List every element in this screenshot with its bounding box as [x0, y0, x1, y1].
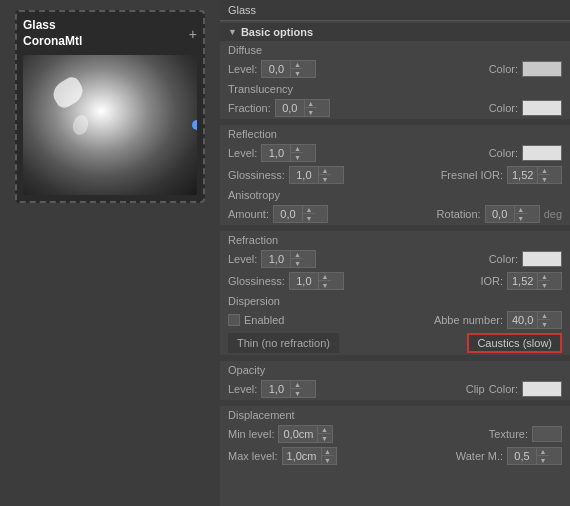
water-m-spinner[interactable]: 0,5 ▲ ▼	[507, 447, 562, 465]
section-basic-options[interactable]: ▼ Basic options	[220, 23, 570, 41]
opacity-level-spinner[interactable]: 1,0 ▲ ▼	[261, 380, 316, 398]
dispersion-enabled-group[interactable]: Enabled	[228, 314, 284, 326]
fresnel-ior-spinner[interactable]: 1,52 ▲ ▼	[507, 166, 562, 184]
ior-arrows[interactable]: ▲ ▼	[537, 272, 550, 290]
water-m-down[interactable]: ▼	[537, 456, 549, 465]
dispersion-enabled-label: Enabled	[244, 314, 284, 326]
reflection-glossiness-up[interactable]: ▲	[319, 166, 331, 175]
ior-up[interactable]: ▲	[538, 272, 550, 281]
reflection-level-value: 1,0	[262, 147, 290, 159]
translucency-fraction-label: Fraction:	[228, 102, 271, 114]
reflection-glossiness-arrows[interactable]: ▲ ▼	[318, 166, 331, 184]
refraction-level-up[interactable]: ▲	[291, 250, 303, 259]
diffuse-level-spinner[interactable]: 0,0 ▲ ▼	[261, 60, 316, 78]
reflection-color-swatch[interactable]	[522, 145, 562, 161]
translucency-fraction-down[interactable]: ▼	[305, 108, 317, 117]
ior-spinner[interactable]: 1,52 ▲ ▼	[507, 272, 562, 290]
water-m-up[interactable]: ▲	[537, 447, 549, 456]
displacement-min-row: Min level: 0,0cm ▲ ▼ Texture:	[220, 423, 570, 445]
refraction-color-swatch[interactable]	[522, 251, 562, 267]
translucency-fraction-arrows[interactable]: ▲ ▼	[304, 99, 317, 117]
diffuse-level-arrows[interactable]: ▲ ▼	[290, 60, 303, 78]
opacity-level-arrows[interactable]: ▲ ▼	[290, 380, 303, 398]
rotation-spinner[interactable]: 0,0 ▲ ▼	[485, 205, 540, 223]
caustics-button[interactable]: Caustics (slow)	[467, 333, 562, 353]
abbe-number-arrows[interactable]: ▲ ▼	[537, 311, 550, 329]
translucency-fraction-up[interactable]: ▲	[305, 99, 317, 108]
displacement-max-arrows[interactable]: ▲ ▼	[321, 447, 334, 465]
node-connector-dot[interactable]	[192, 120, 197, 130]
anisotropy-amount-up[interactable]: ▲	[303, 205, 315, 214]
rotation-value: 0,0	[486, 208, 514, 220]
refraction-glossiness-up[interactable]: ▲	[319, 272, 331, 281]
displacement-max-spinner[interactable]: 1,0cm ▲ ▼	[282, 447, 337, 465]
reflection-level-label: Level:	[228, 147, 257, 159]
anisotropy-amount-arrows[interactable]: ▲ ▼	[302, 205, 315, 223]
abbe-number-spinner[interactable]: 40,0 ▲ ▼	[507, 311, 562, 329]
subsection-opacity: Opacity	[220, 362, 570, 378]
opacity-level-row: Level: 1,0 ▲ ▼ Clip Color:	[220, 378, 570, 400]
displacement-max-row: Max level: 1,0cm ▲ ▼ Water M.: 0,5 ▲ ▼	[220, 445, 570, 467]
water-m-arrows[interactable]: ▲ ▼	[536, 447, 549, 465]
reflection-glossiness-down[interactable]: ▼	[319, 175, 331, 184]
diffuse-level-value: 0,0	[262, 63, 290, 75]
water-m-label: Water M.:	[456, 450, 503, 462]
reflection-level-up[interactable]: ▲	[291, 144, 303, 153]
fresnel-ior-up[interactable]: ▲	[538, 166, 550, 175]
refraction-level-spinner[interactable]: 1,0 ▲ ▼	[261, 250, 316, 268]
refraction-glossiness-value: 1,0	[290, 275, 318, 287]
abbe-number-up[interactable]: ▲	[538, 311, 550, 320]
displacement-max-up[interactable]: ▲	[322, 447, 334, 456]
diffuse-level-up[interactable]: ▲	[291, 60, 303, 69]
displacement-texture-swatch[interactable]	[532, 426, 562, 442]
opacity-color-swatch[interactable]	[522, 381, 562, 397]
ior-down[interactable]: ▼	[538, 281, 550, 290]
opacity-level-down[interactable]: ▼	[291, 389, 303, 398]
reflection-glossiness-label: Glossiness:	[228, 169, 285, 181]
refraction-glossiness-arrows[interactable]: ▲ ▼	[318, 272, 331, 290]
refraction-glossiness-down[interactable]: ▼	[319, 281, 331, 290]
displacement-min-up[interactable]: ▲	[318, 425, 330, 434]
rotation-unit: deg	[544, 208, 562, 220]
diffuse-level-down[interactable]: ▼	[291, 69, 303, 78]
displacement-min-spinner[interactable]: 0,0cm ▲ ▼	[278, 425, 333, 443]
thin-button[interactable]: Thin (no refraction)	[228, 333, 339, 353]
node-add-button[interactable]: +	[189, 26, 197, 42]
diffuse-color-swatch[interactable]	[522, 61, 562, 77]
rotation-up[interactable]: ▲	[515, 205, 527, 214]
refraction-glossiness-label: Glossiness:	[228, 275, 285, 287]
fresnel-ior-down[interactable]: ▼	[538, 175, 550, 184]
reflection-glossiness-value: 1,0	[290, 169, 318, 181]
abbe-number-down[interactable]: ▼	[538, 320, 550, 329]
anisotropy-amount-spinner[interactable]: 0,0 ▲ ▼	[273, 205, 328, 223]
translucency-fraction-spinner[interactable]: 0,0 ▲ ▼	[275, 99, 330, 117]
ior-value: 1,52	[508, 275, 537, 287]
diffuse-level-row: Level: 0,0 ▲ ▼ Color:	[220, 58, 570, 80]
ior-label: IOR:	[480, 275, 503, 287]
opacity-level-value: 1,0	[262, 383, 290, 395]
section-arrow-icon: ▼	[228, 27, 237, 37]
panel-title: Glass	[220, 0, 570, 21]
subsection-reflection: Reflection	[220, 126, 570, 142]
refraction-glossiness-spinner[interactable]: 1,0 ▲ ▼	[289, 272, 344, 290]
refraction-level-arrows[interactable]: ▲ ▼	[290, 250, 303, 268]
reflection-level-down[interactable]: ▼	[291, 153, 303, 162]
translucency-color-swatch[interactable]	[522, 100, 562, 116]
reflection-glossiness-spinner[interactable]: 1,0 ▲ ▼	[289, 166, 344, 184]
displacement-min-down[interactable]: ▼	[318, 434, 330, 443]
displacement-max-down[interactable]: ▼	[322, 456, 334, 465]
refraction-level-down[interactable]: ▼	[291, 259, 303, 268]
opacity-level-up[interactable]: ▲	[291, 380, 303, 389]
refraction-level-value: 1,0	[262, 253, 290, 265]
reflection-level-arrows[interactable]: ▲ ▼	[290, 144, 303, 162]
fresnel-ior-arrows[interactable]: ▲ ▼	[537, 166, 550, 184]
dispersion-enabled-checkbox[interactable]	[228, 314, 240, 326]
rotation-arrows[interactable]: ▲ ▼	[514, 205, 527, 223]
refraction-color-label: Color:	[489, 253, 518, 265]
displacement-min-arrows[interactable]: ▲ ▼	[317, 425, 330, 443]
reflection-level-spinner[interactable]: 1,0 ▲ ▼	[261, 144, 316, 162]
displacement-max-value: 1,0cm	[283, 450, 321, 462]
anisotropy-amount-down[interactable]: ▼	[303, 214, 315, 223]
node-preview-image	[23, 55, 197, 195]
rotation-down[interactable]: ▼	[515, 214, 527, 223]
